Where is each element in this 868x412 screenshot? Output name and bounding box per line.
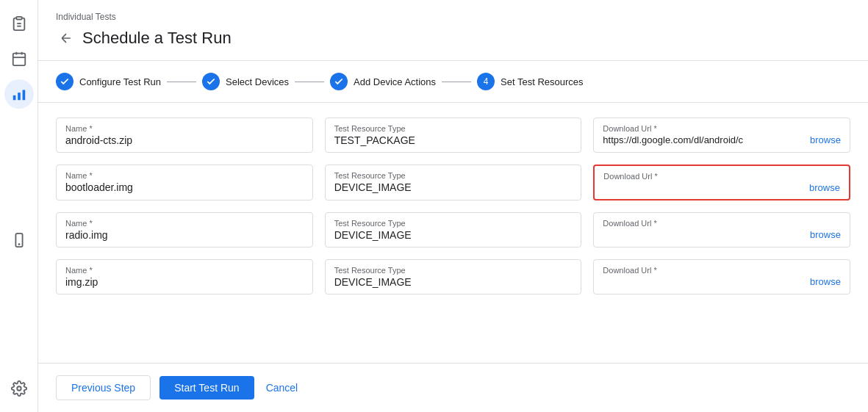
sidebar <box>0 0 38 412</box>
footer: Previous Step Start Test Run Cancel <box>38 363 868 412</box>
resource-4-name-value[interactable]: img.zip <box>65 276 304 288</box>
resource-1-browse-link[interactable]: browse <box>810 134 841 145</box>
resource-3-name-value[interactable]: radio.img <box>65 229 304 241</box>
resource-4-url-label: Download Url * <box>603 266 841 275</box>
sidebar-icon-chart[interactable] <box>4 79 34 109</box>
svg-rect-9 <box>22 90 25 101</box>
resource-4-type-value[interactable]: DEVICE_IMAGE <box>334 276 573 288</box>
svg-rect-8 <box>18 93 21 100</box>
start-test-run-button[interactable]: Start Test Run <box>159 376 254 400</box>
resource-2-type-field: Test Resource Type DEVICE_IMAGE <box>325 165 582 200</box>
cancel-button[interactable]: Cancel <box>263 376 301 400</box>
resource-1-name-field: Name * android-cts.zip <box>56 118 313 153</box>
resource-2-name-value[interactable]: bootloader.img <box>65 181 304 193</box>
step-select-devices: Select Devices <box>202 73 289 90</box>
step-label-add-device-actions: Add Device Actions <box>354 76 436 87</box>
resource-1-type-value[interactable]: TEST_PACKAGE <box>334 134 573 146</box>
resource-row-1: Name * android-cts.zip Test Resource Typ… <box>56 118 850 153</box>
resource-3-name-label: Name * <box>65 219 304 228</box>
resource-4-type-field: Test Resource Type DEVICE_IMAGE <box>325 259 582 294</box>
step-label-set-test-resources: Set Test Resources <box>501 76 583 87</box>
step-circle-add-device-actions <box>330 73 348 90</box>
step-set-test-resources: 4 Set Test Resources <box>477 73 583 90</box>
resource-2-url-field: Download Url * browse <box>593 165 850 200</box>
step-circle-select-devices <box>202 73 220 90</box>
resource-3-type-field: Test Resource Type DEVICE_IMAGE <box>325 212 582 247</box>
resource-1-url-field: Download Url * https://dl.google.com/dl/… <box>593 118 850 153</box>
page-title: Schedule a Test Run <box>82 29 232 48</box>
resource-1-type-field: Test Resource Type TEST_PACKAGE <box>325 118 582 153</box>
steps-bar: Configure Test Run Select Devices Add De… <box>38 61 868 103</box>
sidebar-icon-settings[interactable] <box>4 374 34 403</box>
resource-1-name-value[interactable]: android-cts.zip <box>65 134 304 146</box>
resource-1-url-value[interactable]: https://dl.google.com/dl/android/c <box>603 134 743 145</box>
step-circle-configure <box>56 73 73 90</box>
svg-point-12 <box>17 386 21 391</box>
content-area: Name * android-cts.zip Test Resource Typ… <box>38 103 868 363</box>
resource-2-name-label: Name * <box>65 171 304 180</box>
sidebar-icon-device[interactable] <box>4 225 34 255</box>
resource-row-2: Name * bootloader.img Test Resource Type… <box>56 165 850 200</box>
step-label-select-devices: Select Devices <box>226 76 289 87</box>
step-circle-set-test-resources: 4 <box>477 73 495 90</box>
sidebar-icon-clipboard[interactable] <box>4 9 34 38</box>
resource-2-name-field: Name * bootloader.img <box>56 165 313 200</box>
breadcrumb: Individual Tests <box>56 12 850 22</box>
step-add-device-actions: Add Device Actions <box>330 73 436 90</box>
resource-2-url-label: Download Url * <box>603 172 840 181</box>
page-header: Individual Tests Schedule a Test Run <box>38 0 868 61</box>
back-button[interactable] <box>56 28 76 48</box>
resource-4-name-label: Name * <box>65 266 304 275</box>
step-connector-1 <box>167 82 196 82</box>
resource-4-browse-link[interactable]: browse <box>810 276 841 287</box>
resource-1-type-label: Test Resource Type <box>334 124 573 133</box>
resource-row-4: Name * img.zip Test Resource Type DEVICE… <box>56 259 850 294</box>
resource-3-browse-link[interactable]: browse <box>810 229 841 240</box>
resource-2-type-value[interactable]: DEVICE_IMAGE <box>334 181 573 193</box>
svg-rect-3 <box>12 54 25 66</box>
step-connector-3 <box>442 82 471 82</box>
main-panel: Individual Tests Schedule a Test Run Con… <box>38 0 868 412</box>
resource-row-3: Name * radio.img Test Resource Type DEVI… <box>56 212 850 247</box>
svg-rect-7 <box>12 95 15 100</box>
resource-4-type-label: Test Resource Type <box>334 266 573 275</box>
resource-3-url-field: Download Url * browse <box>593 212 850 247</box>
svg-rect-0 <box>16 17 21 20</box>
previous-step-button[interactable]: Previous Step <box>56 375 151 400</box>
step-connector-2 <box>295 82 324 82</box>
resource-1-url-label: Download Url * <box>603 124 841 133</box>
resource-3-type-value[interactable]: DEVICE_IMAGE <box>334 229 573 241</box>
resource-1-name-label: Name * <box>65 124 304 133</box>
resource-3-name-field: Name * radio.img <box>56 212 313 247</box>
sidebar-icon-calendar[interactable] <box>4 44 34 73</box>
resource-4-url-field: Download Url * browse <box>593 259 850 294</box>
resource-3-type-label: Test Resource Type <box>334 219 573 228</box>
resource-2-type-label: Test Resource Type <box>334 171 573 180</box>
resource-4-name-field: Name * img.zip <box>56 259 313 294</box>
resource-3-url-label: Download Url * <box>603 219 841 228</box>
step-label-configure: Configure Test Run <box>79 76 161 87</box>
step-configure: Configure Test Run <box>56 73 161 90</box>
resource-2-browse-link[interactable]: browse <box>809 182 840 193</box>
